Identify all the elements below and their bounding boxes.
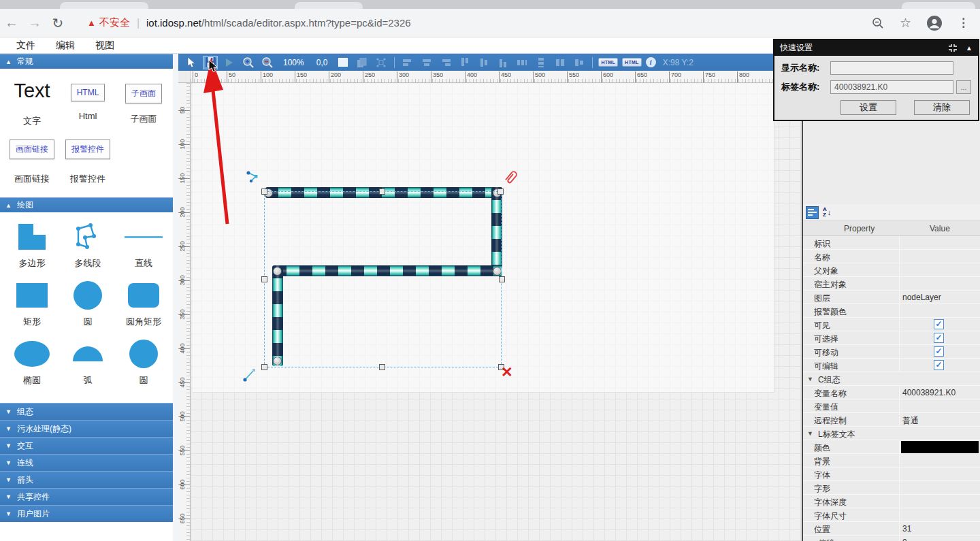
- preview-html-icon[interactable]: HTML: [622, 58, 642, 67]
- palette-item-subframe[interactable]: 子画面 子画面: [116, 76, 172, 127]
- collapse-panel-icon[interactable]: ▲: [966, 44, 973, 52]
- property-row[interactable]: 父对象: [803, 263, 980, 277]
- property-row[interactable]: 字形: [803, 481, 980, 495]
- sort-az-icon[interactable]: AZ↓: [823, 207, 831, 218]
- copy-icon[interactable]: [355, 56, 370, 69]
- property-row[interactable]: 标识: [803, 236, 980, 250]
- tag-name-input[interactable]: [830, 80, 953, 94]
- resize-handle-nw[interactable]: [261, 188, 267, 195]
- bookmark-star-icon[interactable]: ☆: [900, 15, 911, 31]
- browser-tab[interactable]: [295, 2, 363, 9]
- property-row[interactable]: 字体深度: [803, 495, 980, 508]
- same-height-icon[interactable]: [572, 56, 587, 69]
- sidebar-section-7[interactable]: ▼共享控件: [0, 488, 178, 505]
- palette-item-rounded[interactable]: 圆角矩形: [116, 279, 172, 328]
- property-value[interactable]: 31: [902, 524, 911, 534]
- palette-item-screen-link[interactable]: 画面链接 画面链接: [4, 134, 60, 185]
- property-value[interactable]: 400038921.K0: [902, 388, 956, 397]
- sidebar-section-4[interactable]: ▼交互: [0, 437, 178, 454]
- property-checkbox[interactable]: ✓: [934, 333, 944, 343]
- align-right-icon[interactable]: [438, 56, 453, 69]
- palette-item-polygon[interactable]: 多边形: [4, 220, 60, 269]
- info-icon[interactable]: i: [646, 57, 656, 67]
- sidebar-section-5[interactable]: ▼连线: [0, 454, 178, 471]
- resize-handle-sw[interactable]: [261, 364, 267, 370]
- menu-item-1[interactable]: 编辑: [52, 38, 79, 53]
- sidebar-section-8[interactable]: ▼用户图片: [0, 505, 178, 522]
- html-tool-preview[interactable]: HTML: [71, 84, 105, 101]
- property-row[interactable]: 背景: [803, 454, 980, 468]
- property-row[interactable]: 图层nodeLayer: [803, 291, 980, 304]
- quick-settings-header[interactable]: 快速设置 ▲: [774, 40, 978, 56]
- back-icon[interactable]: ←: [0, 15, 23, 31]
- palette-item-line[interactable]: 直线: [116, 220, 172, 269]
- align-bottom-icon[interactable]: [495, 56, 510, 69]
- rotate-handle-icon[interactable]: [242, 367, 257, 382]
- profile-avatar-icon[interactable]: [926, 15, 943, 31]
- property-row[interactable]: 位置31: [803, 522, 980, 536]
- property-row[interactable]: 字体尺寸: [803, 508, 980, 522]
- group-collapse-icon[interactable]: ▼: [807, 376, 813, 382]
- attach-link-icon[interactable]: [502, 169, 520, 186]
- design-canvas[interactable]: ✕: [191, 83, 802, 541]
- property-row[interactable]: 可见✓: [803, 318, 980, 331]
- property-checkbox[interactable]: ✓: [934, 319, 944, 329]
- zoom-out-page-icon[interactable]: [871, 16, 885, 30]
- same-width-icon[interactable]: [553, 56, 568, 69]
- property-value[interactable]: 普通: [902, 415, 919, 427]
- distribute-h-icon[interactable]: [514, 56, 529, 69]
- sidebar-section-3[interactable]: ▼污水处理(静态): [0, 420, 178, 437]
- zoom-out-icon[interactable]: [260, 56, 275, 69]
- property-row[interactable]: 可选择✓: [803, 331, 980, 345]
- set-button[interactable]: 设置: [840, 100, 896, 115]
- group-icon[interactable]: [374, 56, 389, 69]
- distribute-v-icon[interactable]: [534, 56, 549, 69]
- property-group-row[interactable]: ▼C组态: [803, 372, 980, 386]
- align-left-icon[interactable]: [400, 56, 415, 69]
- property-row[interactable]: 名称: [803, 250, 980, 263]
- property-row[interactable]: 报警颜色: [803, 304, 980, 318]
- save-button[interactable]: [203, 56, 218, 69]
- palette-item-text[interactable]: Text 文字: [4, 76, 60, 127]
- edit-vertices-icon[interactable]: [245, 169, 260, 184]
- sidebar-section-general[interactable]: ▲ 常规: [0, 54, 178, 69]
- resize-handle-s[interactable]: [379, 364, 385, 370]
- browser-tab[interactable]: [60, 2, 148, 9]
- browser-menu-icon[interactable]: ⋮: [958, 16, 969, 30]
- palette-item-polyline[interactable]: 多线段: [60, 220, 116, 269]
- security-warning-icon[interactable]: ▲: [87, 18, 96, 28]
- group-collapse-icon[interactable]: ▼: [807, 430, 813, 437]
- run-preview-icon[interactable]: [222, 56, 237, 69]
- forward-icon[interactable]: →: [23, 15, 46, 31]
- palette-item-circle[interactable]: 圆: [116, 338, 172, 387]
- property-row[interactable]: x偏移0: [803, 536, 980, 541]
- resize-handle-w[interactable]: [261, 276, 267, 282]
- display-name-input[interactable]: [830, 61, 953, 75]
- sidebar-section-2[interactable]: ▼组态: [0, 403, 178, 420]
- palette-item-html[interactable]: HTML Html: [60, 76, 116, 127]
- alarm-widget-tool-preview[interactable]: 报警控件: [65, 140, 110, 159]
- palette-item-circle[interactable]: 圆: [60, 279, 116, 328]
- sidebar-section-6[interactable]: ▼箭头: [0, 471, 178, 488]
- property-value[interactable]: nodeLayer: [902, 293, 941, 302]
- palette-item-rect[interactable]: 矩形: [4, 279, 60, 328]
- property-checkbox[interactable]: ✓: [934, 360, 944, 370]
- align-h-center-icon[interactable]: [419, 56, 434, 69]
- delete-node-icon[interactable]: ✕: [501, 364, 513, 380]
- menu-item-2[interactable]: 视图: [91, 38, 118, 53]
- reload-icon[interactable]: ↻: [46, 15, 69, 31]
- address-bar[interactable]: ▲ 不安全 | iot.idosp.net/html/scada/editor.…: [87, 16, 871, 29]
- security-warning-label[interactable]: 不安全: [99, 16, 130, 29]
- palette-item-alarm-widget[interactable]: 报警控件 报警控件: [60, 134, 116, 185]
- browser-tab[interactable]: [902, 2, 975, 9]
- sidebar-section-draw[interactable]: ▲ 绘图: [0, 197, 178, 212]
- property-row[interactable]: 变量名称400038921.K0: [803, 386, 980, 399]
- property-row[interactable]: 远程控制普通: [803, 413, 980, 427]
- resize-handle-e[interactable]: [499, 276, 505, 282]
- property-row[interactable]: 变量值: [803, 399, 980, 413]
- screen-link-tool-preview[interactable]: 画面链接: [10, 140, 54, 159]
- property-row[interactable]: 可移动✓: [803, 345, 980, 359]
- clear-button[interactable]: 清除: [914, 100, 970, 115]
- property-checkbox[interactable]: ✓: [934, 346, 944, 357]
- browse-tag-button[interactable]: ...: [956, 80, 971, 94]
